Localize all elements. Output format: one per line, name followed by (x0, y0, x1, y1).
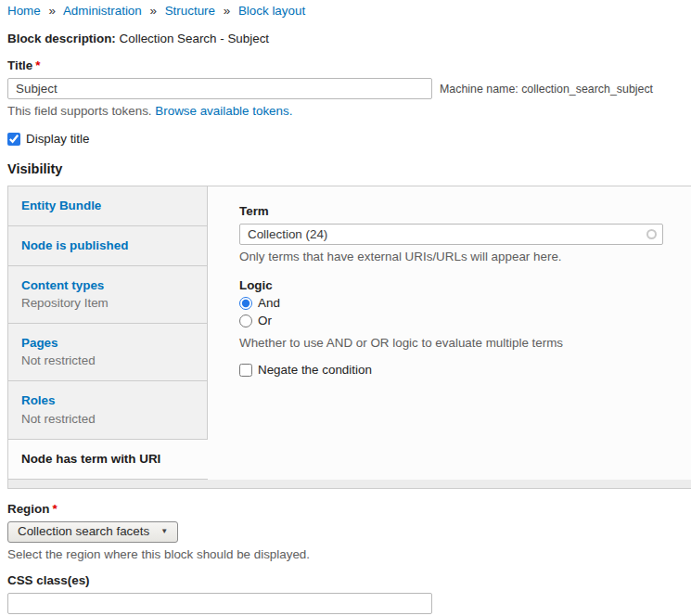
logic-or-label[interactable]: Or (258, 314, 272, 327)
vtab-label: Content types (21, 278, 104, 292)
title-label: Title* (7, 58, 691, 72)
vtab-pages[interactable]: Pages Not restricted (8, 324, 208, 381)
region-select-value: Collection search facets (18, 524, 149, 538)
breadcrumb-separator: » (224, 4, 230, 18)
vtab-summary: Not restricted (21, 412, 194, 427)
vtab-node-is-published[interactable]: Node is published (8, 226, 208, 266)
css-classes-input[interactable] (7, 593, 432, 614)
block-description-label: Block description: (7, 32, 116, 45)
browse-tokens-link[interactable]: Browse available tokens. (155, 104, 292, 118)
region-label-text: Region (7, 502, 49, 516)
term-autocomplete-input[interactable] (239, 224, 663, 245)
vtab-label: Pages (21, 336, 58, 350)
css-classes-label: CSS class(es) (7, 573, 691, 587)
display-title-label[interactable]: Display title (26, 132, 89, 146)
block-description: Block description: Collection Search - S… (7, 32, 691, 45)
vtab-entity-bundle[interactable]: Entity Bundle (8, 186, 208, 226)
breadcrumb-link-home[interactable]: Home (7, 4, 41, 18)
logic-label: Logic (239, 278, 670, 292)
breadcrumb-link-structure[interactable]: Structure (165, 4, 215, 18)
title-description: This field supports tokens. Browse avail… (7, 104, 691, 118)
display-title-checkbox[interactable] (7, 133, 20, 146)
logic-and-radio[interactable] (239, 297, 252, 310)
negate-condition-label[interactable]: Negate the condition (258, 363, 372, 377)
vtab-node-has-term-with-uri[interactable]: Node has term with URI (8, 440, 208, 480)
term-label: Term (239, 204, 670, 218)
negate-condition-checkbox[interactable] (239, 364, 252, 377)
vtab-label: Roles (21, 393, 55, 407)
logic-and-label[interactable]: And (258, 296, 280, 310)
breadcrumb-link-administration[interactable]: Administration (63, 4, 142, 18)
vtab-summary: Not restricted (21, 353, 194, 368)
machine-name-value: collection_search_subject (521, 83, 653, 96)
vtab-content-types[interactable]: Content types Repository Item (8, 266, 208, 324)
breadcrumb: Home » Administration » Structure » Bloc… (7, 4, 691, 18)
node-has-term-pane: Term Only terms that have external URIs/… (208, 186, 691, 480)
breadcrumb-separator: » (149, 4, 156, 18)
logic-description: Whether to use AND or OR logic to evalua… (239, 336, 670, 350)
breadcrumb-separator: » (48, 4, 55, 18)
display-title-row: Display title (7, 132, 691, 146)
region-select[interactable]: Collection search facets ▼ (7, 521, 178, 543)
autocomplete-icon (646, 229, 657, 239)
vtab-summary: Repository Item (21, 296, 194, 311)
chevron-down-icon: ▼ (160, 527, 168, 535)
region-description: Select the region where this block shoul… (7, 547, 691, 561)
vtab-label: Entity Bundle (21, 199, 101, 212)
vtab-label: Node has term with URI (21, 452, 160, 466)
breadcrumb-link-block-layout[interactable]: Block layout (238, 4, 305, 18)
required-asterisk: * (35, 58, 40, 72)
machine-name-label: Machine name: (440, 83, 518, 96)
title-input[interactable] (7, 78, 432, 99)
vtab-label: Node is published (21, 238, 128, 252)
vtab-roles[interactable]: Roles Not restricted (8, 381, 208, 439)
required-asterisk: * (52, 502, 57, 516)
visibility-heading: Visibility (7, 161, 691, 176)
negate-row: Negate the condition (239, 363, 670, 377)
title-label-text: Title (7, 58, 32, 72)
term-description: Only terms that have external URIs/URLs … (239, 250, 670, 263)
vertical-tabs-menu: Entity Bundle Node is published Content … (8, 186, 208, 480)
logic-or-radio[interactable] (239, 314, 252, 327)
block-configure-page: Home » Administration » Structure » Bloc… (0, 0, 691, 616)
title-description-text: This field supports tokens. (7, 104, 152, 118)
block-description-value: Collection Search - Subject (120, 32, 270, 45)
region-label: Region* (7, 502, 691, 516)
machine-name: Machine name: collection_search_subject (440, 83, 653, 96)
visibility-vertical-tabs: Entity Bundle Node is published Content … (7, 186, 691, 489)
